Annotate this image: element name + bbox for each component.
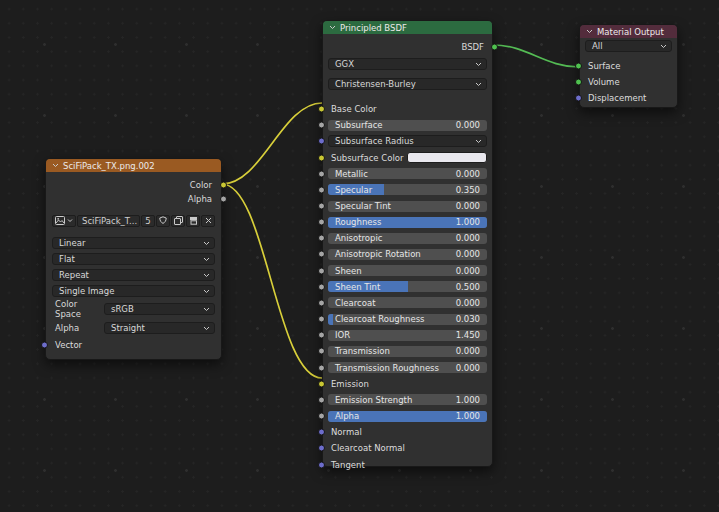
subsurface-slider[interactable]: Subsurface0.000: [328, 120, 487, 131]
row-subsurface-radius: Subsurface Radius: [328, 133, 487, 149]
principled-bsdf-node[interactable]: Principled BSDF BSDF GGX Christensen-Bur…: [322, 20, 493, 467]
ior-input-socket[interactable]: [318, 332, 325, 339]
displacement-input-row: Displacement: [585, 90, 672, 106]
anisotropic-rotation-slider[interactable]: Anisotropic Rotation0.000: [328, 249, 487, 260]
fake-user-button[interactable]: [156, 215, 170, 227]
alpha-slider[interactable]: Alpha1.000: [328, 411, 487, 422]
sheen-input-socket[interactable]: [318, 267, 325, 274]
emission-strength-slider[interactable]: Emission Strength1.000: [328, 394, 487, 405]
image-icon: [55, 216, 65, 225]
row-tangent: Tangent: [328, 456, 487, 472]
wire-color-to-basecolor[interactable]: [222, 103, 322, 184]
subsurface-radius-input-socket[interactable]: [318, 138, 325, 145]
transmission-input-socket[interactable]: [318, 348, 325, 355]
emission-input-socket[interactable]: [318, 380, 325, 387]
row-anisotropic-rotation: Anisotropic Rotation0.000: [328, 246, 487, 262]
anisotropic-input-socket[interactable]: [318, 235, 325, 242]
chevron-down-icon: [475, 139, 482, 144]
specular-input-socket[interactable]: [318, 186, 325, 193]
source-dropdown[interactable]: Single Image: [52, 285, 215, 297]
chevron-down-icon: [475, 62, 482, 67]
close-x-icon: [205, 217, 212, 224]
color-space-row: Color Space sRGB: [52, 302, 215, 315]
roughness-slider[interactable]: Roughness1.000: [328, 217, 487, 228]
color-output-socket[interactable]: [220, 182, 227, 189]
specular-tint-slider[interactable]: Specular Tint0.000: [328, 201, 487, 212]
projection-dropdown[interactable]: Flat: [52, 253, 215, 265]
material-output-node-header[interactable]: Material Output: [580, 25, 677, 38]
base-color-input-socket[interactable]: [318, 106, 325, 113]
alpha-input-socket[interactable]: [318, 413, 325, 420]
principled-bsdf-node-header[interactable]: Principled BSDF: [323, 21, 492, 34]
tangent-input-socket[interactable]: [318, 461, 325, 468]
ior-slider[interactable]: IOR1.450: [328, 330, 487, 341]
collapse-chevron-icon[interactable]: [52, 163, 59, 168]
roughness-input-socket[interactable]: [318, 219, 325, 226]
emission-strength-input-socket[interactable]: [318, 396, 325, 403]
row-emission-strength: Emission Strength1.000: [328, 392, 487, 408]
image-name-field[interactable]: SciFiPack_T...: [77, 215, 140, 227]
wire-color-to-emission[interactable]: [222, 184, 322, 378]
collapse-chevron-icon[interactable]: [586, 29, 593, 34]
transmission-slider[interactable]: Transmission0.000: [328, 346, 487, 357]
normal-input-socket[interactable]: [318, 429, 325, 436]
surface-input-socket[interactable]: [575, 63, 582, 70]
sheen-slider[interactable]: Sheen0.000: [328, 265, 487, 276]
unlink-image-button[interactable]: [201, 215, 215, 227]
row-sheen-tint: Sheen Tint0.500: [328, 279, 487, 295]
material-output-node[interactable]: Material Output All Surface Volume Displ…: [579, 24, 678, 108]
image-texture-node-title: SciFiPack_TX.png.002: [63, 161, 155, 171]
image-users-count[interactable]: 5: [141, 215, 155, 227]
pack-image-button[interactable]: [186, 215, 200, 227]
alpha-mode-dropdown[interactable]: Straight: [104, 322, 215, 334]
color-output-row: Color: [52, 178, 215, 192]
copy-icon: [174, 216, 183, 225]
volume-input-socket[interactable]: [575, 79, 582, 86]
displacement-input-socket[interactable]: [575, 95, 582, 102]
color-space-label: Color Space: [52, 299, 104, 319]
clearcoat-normal-input-socket[interactable]: [318, 445, 325, 452]
subsurface-method-dropdown[interactable]: Christensen-Burley: [328, 78, 487, 90]
subsurface-input-socket[interactable]: [318, 122, 325, 129]
target-dropdown[interactable]: All: [585, 40, 672, 52]
bsdf-output-socket[interactable]: [491, 44, 498, 51]
alpha-mode-row: Alpha Straight: [52, 321, 215, 334]
clearcoat-roughness-input-socket[interactable]: [318, 316, 325, 323]
collapse-chevron-icon[interactable]: [329, 25, 336, 30]
anisotropic-rotation-input-socket[interactable]: [318, 251, 325, 258]
chevron-down-icon: [203, 289, 210, 294]
subsurface-radius-dropdown[interactable]: Subsurface Radius: [328, 135, 487, 147]
anisotropic-slider[interactable]: Anisotropic0.000: [328, 233, 487, 244]
sheen-tint-slider[interactable]: Sheen Tint0.500: [328, 281, 487, 292]
chevron-down-icon: [203, 273, 210, 278]
row-clearcoat-roughness: Clearcoat Roughness0.030: [328, 311, 487, 327]
vector-input-socket[interactable]: [41, 341, 48, 348]
subsurface-color-input-socket[interactable]: [318, 154, 325, 161]
transmission-roughness-slider[interactable]: Transmission Roughness0.000: [328, 362, 487, 373]
specular-tint-input-socket[interactable]: [318, 203, 325, 210]
metallic-input-socket[interactable]: [318, 170, 325, 177]
new-image-button[interactable]: [171, 215, 185, 227]
image-texture-node[interactable]: SciFiPack_TX.png.002 Color Alpha: [45, 158, 222, 360]
sheen-tint-input-socket[interactable]: [318, 283, 325, 290]
specular-slider[interactable]: Specular0.350: [328, 184, 487, 195]
alpha-output-socket[interactable]: [220, 196, 227, 203]
chevron-down-icon: [475, 82, 482, 87]
metallic-slider[interactable]: Metallic0.000: [328, 168, 487, 179]
wire-bsdf-to-surface[interactable]: [493, 45, 579, 67]
image-texture-node-header[interactable]: SciFiPack_TX.png.002: [46, 159, 221, 172]
alpha-mode-label: Alpha: [52, 323, 104, 333]
image-browse-button[interactable]: [52, 215, 76, 227]
extension-dropdown[interactable]: Repeat: [52, 269, 215, 281]
node-editor-canvas[interactable]: SciFiPack_TX.png.002 Color Alpha: [0, 0, 719, 512]
row-specular: Specular0.350: [328, 182, 487, 198]
distribution-dropdown[interactable]: GGX: [328, 58, 487, 70]
clearcoat-input-socket[interactable]: [318, 299, 325, 306]
color-space-dropdown[interactable]: sRGB: [104, 303, 215, 315]
row-clearcoat: Clearcoat0.000: [328, 295, 487, 311]
clearcoat-slider[interactable]: Clearcoat0.000: [328, 297, 487, 308]
transmission-roughness-input-socket[interactable]: [318, 364, 325, 371]
clearcoat-roughness-slider[interactable]: Clearcoat Roughness0.030: [328, 314, 487, 325]
interpolation-dropdown[interactable]: Linear: [52, 237, 215, 249]
subsurface-color-swatch[interactable]: [407, 152, 487, 163]
